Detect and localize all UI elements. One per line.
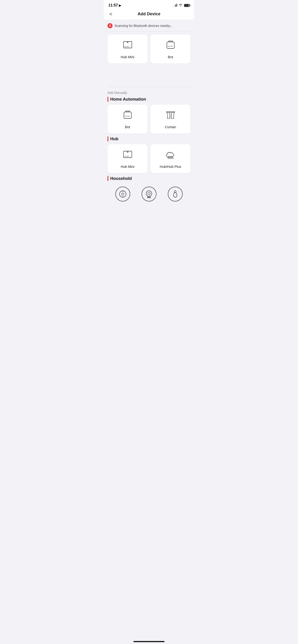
household-accent — [107, 176, 108, 181]
scanning-logo-icon: S — [107, 23, 113, 28]
svg-point-1 — [127, 42, 128, 43]
battery-icon — [184, 4, 190, 7]
home-automation-category: Home Automation SwitchBot Bot — [104, 97, 194, 134]
svg-point-21 — [146, 191, 152, 196]
page-title: Add Device — [138, 12, 160, 16]
svg-point-19 — [123, 196, 123, 197]
hub-plus-manual-icon — [165, 149, 177, 162]
household-grid — [107, 184, 191, 204]
curtain-manual-label: Curtain — [165, 125, 176, 129]
device-card-robot-vacuum[interactable] — [111, 186, 135, 202]
device-card-humidifier[interactable] — [163, 186, 187, 202]
device-card-hub-mini-nearby[interactable]: SwitchBot Hub Mini — [107, 34, 148, 64]
home-automation-title: Home Automation — [110, 97, 146, 102]
bot-manual-icon: SwitchBot — [122, 109, 134, 122]
status-left: 11:57 ▶ — [108, 3, 121, 8]
home-automation-grid: SwitchBot Bot Curtain — [107, 104, 191, 134]
bottom-padding — [104, 207, 194, 216]
bot-nearby-label: Bot — [168, 55, 173, 59]
hub-grid: SwitchBot Hub Mini Hub/Hub Plus — [107, 144, 191, 173]
svg-rect-26 — [174, 193, 177, 197]
household-category: Household — [104, 176, 194, 204]
svg-text:SwitchBot: SwitchBot — [124, 156, 129, 157]
household-header: Household — [107, 176, 191, 181]
scanning-banner: S Scanning for Bluetooth devices nearby.… — [104, 20, 194, 32]
status-bar: 11:57 ▶ — [104, 0, 194, 9]
device-card-bot-nearby[interactable]: SwitchBot Bot — [150, 34, 191, 64]
home-automation-header: Home Automation — [107, 97, 191, 102]
bot-manual-label: Bot — [125, 125, 130, 129]
nav-header: < Add Device — [104, 9, 194, 20]
svg-rect-5 — [124, 112, 131, 118]
device-card-robot-vacuum2[interactable] — [137, 186, 161, 202]
hub-category: Hub SwitchBot Hub Mini — [104, 136, 194, 173]
svg-text:SwitchBot: SwitchBot — [168, 46, 173, 47]
back-button[interactable]: < — [107, 10, 114, 18]
svg-point-10 — [127, 152, 128, 152]
robot-vacuum2-icon — [142, 186, 156, 202]
hub-mini-nearby-label: Hub Mini — [121, 55, 134, 59]
curtain-manual-icon — [165, 109, 177, 122]
humidifier-icon — [168, 186, 183, 202]
signal-icon — [173, 4, 177, 7]
home-automation-accent — [107, 97, 108, 102]
nearby-devices-section: SwitchBot Hub Mini SwitchBot Bot — [104, 32, 194, 68]
time-label: 11:57 — [108, 3, 118, 8]
empty-area — [104, 68, 194, 87]
device-card-curtain-manual[interactable]: Curtain — [150, 104, 191, 134]
location-icon: ▶ — [119, 4, 121, 7]
hub-accent — [107, 136, 108, 142]
scanning-text: Scanning for Bluetooth devices nearby... — [114, 24, 172, 28]
manual-section: Add Manually — [104, 87, 194, 97]
nearby-device-grid: SwitchBot Hub Mini SwitchBot Bot — [107, 34, 191, 64]
home-indicator — [133, 641, 165, 642]
hub-header: Hub — [107, 136, 191, 142]
hub-plus-manual-label: Hub/Hub Plus — [160, 164, 181, 168]
device-card-hub-plus-manual[interactable]: Hub/Hub Plus — [150, 144, 191, 173]
device-card-bot-manual[interactable]: SwitchBot Bot — [107, 104, 148, 134]
robot-vacuum-icon — [115, 186, 130, 202]
status-right — [173, 4, 190, 8]
device-card-hub-mini-manual[interactable]: SwitchBot Hub Mini — [107, 144, 148, 173]
household-title: Household — [110, 176, 132, 181]
hub-mini-manual-label: Hub Mini — [121, 164, 134, 168]
svg-text:SwitchBot: SwitchBot — [124, 46, 129, 47]
wifi-icon — [178, 4, 183, 8]
hub-mini-manual-icon: SwitchBot — [122, 149, 134, 162]
hub-mini-nearby-icon: SwitchBot — [122, 39, 134, 52]
add-manually-label: Add Manually — [107, 91, 127, 94]
hub-title: Hub — [110, 136, 118, 142]
svg-point-22 — [148, 192, 150, 195]
svg-point-18 — [122, 193, 124, 195]
svg-rect-3 — [167, 42, 174, 48]
bot-nearby-icon: SwitchBot — [165, 39, 177, 52]
svg-text:SwitchBot: SwitchBot — [125, 116, 130, 117]
